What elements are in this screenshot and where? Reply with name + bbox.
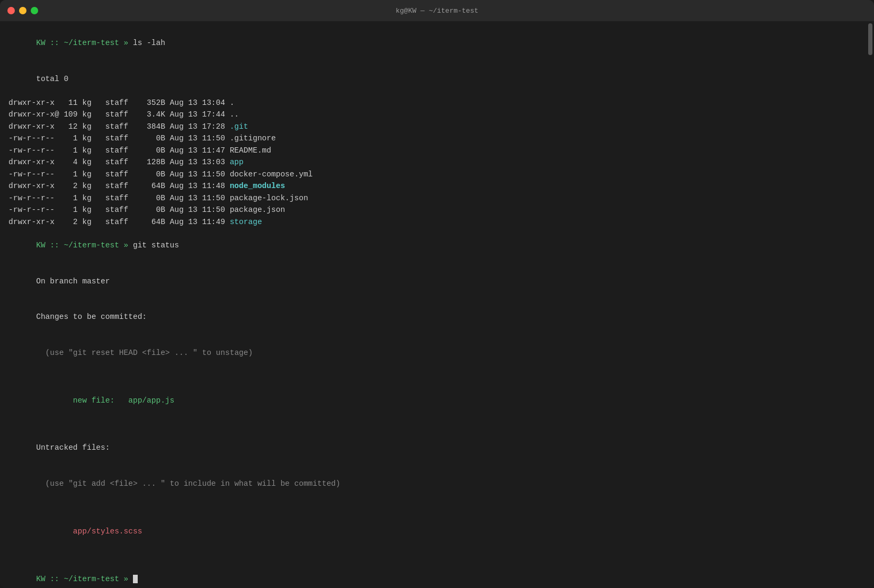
cursor [133, 575, 138, 583]
git-changes-header: Changes to be committed: [8, 299, 866, 335]
ls-entry-7: drwxr-xr-x 2 kg staff 64B Aug 13 11:48 n… [8, 180, 866, 192]
terminal-body[interactable]: KW :: ~/iterm-test » ls -lah total 0 drw… [0, 21, 874, 588]
ls-entry-0: drwxr-xr-x 11 kg staff 352B Aug 13 13:04… [8, 97, 866, 109]
cmd-text-1: ls -lah [128, 39, 165, 47]
git-untracked-file-line: app/styles.scss [8, 513, 866, 549]
git-untracked-header: Untracked files: [8, 430, 866, 466]
close-button[interactable] [7, 7, 15, 14]
prompt-text-2: KW :: ~/iterm-test » [36, 241, 128, 250]
total-line: total 0 [8, 61, 866, 96]
traffic-lights [7, 7, 38, 14]
prompt-line-2: KW :: ~/iterm-test » git status [8, 228, 866, 263]
git-blank-4 [8, 549, 866, 561]
ls-entry-6: -rw-r--r-- 1 kg staff 0B Aug 13 11:50 do… [8, 168, 866, 180]
git-hint-add: (use "git add <file> ... " to include in… [8, 466, 866, 501]
ls-entry-10: drwxr-xr-x 2 kg staff 64B Aug 13 11:49 s… [8, 216, 866, 228]
ls-entry-5: drwxr-xr-x 4 kg staff 128B Aug 13 13:03 … [8, 156, 866, 168]
ls-entry-8: -rw-r--r-- 1 kg staff 0B Aug 13 11:50 pa… [8, 192, 866, 204]
ls-entry-3: -rw-r--r-- 1 kg staff 0B Aug 13 11:50 .g… [8, 132, 866, 144]
git-staged-file-line: new file: app/app.js [8, 382, 866, 418]
maximize-button[interactable] [31, 7, 38, 14]
ls-entry-9: -rw-r--r-- 1 kg staff 0B Aug 13 11:50 pa… [8, 204, 866, 216]
prompt-text-3: KW :: ~/iterm-test » [36, 575, 128, 583]
git-blank-3 [8, 502, 866, 513]
prompt-line-3: KW :: ~/iterm-test » [8, 561, 866, 588]
ls-entry-2: drwxr-xr-x 12 kg staff 384B Aug 13 17:28… [8, 121, 866, 132]
minimize-button[interactable] [19, 7, 26, 14]
ls-entry-4: -rw-r--r-- 1 kg staff 0B Aug 13 11:47 RE… [8, 145, 866, 156]
terminal-window: kg@KW — ~/iterm-test KW :: ~/iterm-test … [0, 0, 874, 588]
titlebar: kg@KW — ~/iterm-test [0, 0, 874, 21]
git-hint-unstage: (use "git reset HEAD <file> ... " to uns… [8, 335, 866, 370]
prompt-line-1: KW :: ~/iterm-test » ls -lah [8, 25, 866, 61]
window-title: kg@KW — ~/iterm-test [396, 7, 478, 15]
ls-entry-1: drwxr-xr-x@ 109 kg staff 3.4K Aug 13 17:… [8, 109, 866, 120]
git-blank-2 [8, 418, 866, 430]
cmd-text-2: git status [128, 241, 179, 250]
git-branch-line: On branch master [8, 263, 866, 299]
git-blank-1 [8, 371, 866, 382]
prompt-text-1: KW :: ~/iterm-test » [36, 39, 128, 47]
